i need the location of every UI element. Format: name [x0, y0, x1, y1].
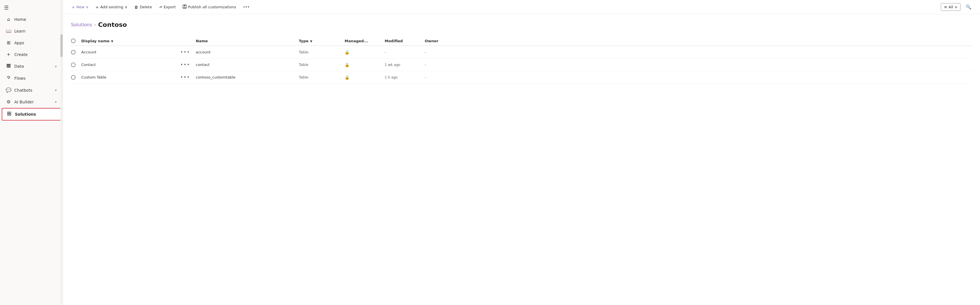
display-name-value: Custom Table [81, 75, 107, 79]
sidebar-item-label: AI Builder [14, 100, 52, 104]
plus-icon: + [95, 5, 99, 9]
breadcrumb-solutions-link[interactable]: Solutions [71, 22, 92, 27]
managed-column-header: Managed... [345, 39, 385, 43]
home-icon: ⌂ [6, 17, 11, 22]
svg-rect-1 [6, 65, 11, 66]
filter-button[interactable]: ≡ All ∨ [941, 3, 961, 11]
owner-value: - [425, 63, 426, 67]
svg-rect-4 [8, 114, 9, 115]
modified-cell: 1 wk ago [385, 63, 425, 67]
search-button[interactable]: 🔍 [963, 3, 974, 11]
sidebar-item-data[interactable]: Data ∨ [2, 60, 61, 72]
objects-table: Display name ∨ Name Type ∨ Managed... Mo… [71, 36, 972, 84]
type-label: Type [299, 39, 309, 43]
plus-icon: + [72, 5, 75, 9]
type-value: Table [299, 75, 309, 79]
managed-cell: 🔒 [345, 50, 385, 55]
chevron-down-icon: ∨ [55, 88, 57, 92]
name-cell: contoso_customtable [196, 75, 299, 79]
modified-value: 1 wk ago [385, 63, 400, 67]
sidebar-item-label: Home [14, 17, 57, 22]
svg-rect-0 [6, 64, 11, 65]
row-radio[interactable] [71, 63, 76, 67]
new-button[interactable]: + New ∨ [69, 3, 92, 11]
modified-value: 1 h ago [385, 75, 398, 79]
create-icon: + [6, 52, 11, 57]
hamburger-button[interactable]: ☰ [0, 0, 63, 13]
owner-value: - [425, 50, 426, 54]
managed-label: Managed... [345, 39, 368, 43]
name-label: Name [196, 39, 208, 43]
select-all-radio[interactable] [71, 39, 76, 43]
sidebar-item-label: Apps [14, 41, 57, 45]
name-column-header: Name [196, 39, 299, 43]
sidebar-scrollbar[interactable] [60, 0, 63, 305]
add-existing-label: Add existing [100, 5, 123, 9]
display-name-column-header[interactable]: Display name ∨ [81, 39, 178, 43]
search-icon: 🔍 [966, 4, 971, 10]
chevron-down-icon: ∨ [55, 65, 57, 68]
delete-icon: 🗑 [134, 5, 138, 9]
modified-cell: - [385, 50, 425, 54]
row-more-button[interactable]: ••• [178, 74, 196, 81]
sidebar-item-chatbots[interactable]: 💬 Chatbots ∨ [2, 85, 61, 96]
owner-cell: - [425, 50, 459, 54]
ai-builder-icon: ⚙ [6, 99, 11, 104]
name-cell: account [196, 50, 299, 54]
filter-label: All [948, 5, 953, 9]
owner-cell: - [425, 63, 459, 67]
type-value: Table [299, 63, 309, 67]
row-select[interactable] [71, 50, 81, 55]
lock-icon: 🔒 [345, 63, 350, 67]
managed-cell: 🔒 [345, 75, 385, 80]
add-existing-button[interactable]: + Add existing ∨ [93, 3, 130, 11]
sidebar-item-solutions[interactable]: Solutions [2, 108, 61, 120]
table-row[interactable]: Custom Table ••• contoso_customtable Tab… [71, 71, 972, 84]
sidebar-item-learn[interactable]: 📖 Learn [2, 25, 61, 36]
sidebar-item-label: Data [14, 64, 52, 68]
modified-label: Modified [385, 39, 403, 43]
display-name-cell: Custom Table [81, 75, 178, 79]
delete-label: Delete [140, 5, 152, 9]
svg-rect-5 [10, 112, 11, 113]
chatbots-icon: 💬 [6, 87, 11, 93]
svg-rect-2 [6, 66, 11, 67]
table-row[interactable]: Account ••• account Table 🔒 - - [71, 46, 972, 58]
modified-cell: 1 h ago [385, 75, 425, 79]
managed-cell: 🔒 [345, 63, 385, 67]
publish-button[interactable]: Publish all customizations [180, 3, 239, 11]
type-sort-icon: ∨ [310, 39, 313, 43]
export-icon: ⬏ [159, 5, 162, 9]
sidebar-item-ai-builder[interactable]: ⚙ AI Builder ∨ [2, 96, 61, 107]
publish-label: Publish all customizations [188, 5, 236, 9]
sidebar-item-home[interactable]: ⌂ Home [2, 14, 61, 25]
more-options-button[interactable]: ••• [240, 3, 253, 11]
data-icon [6, 63, 11, 69]
row-radio[interactable] [71, 50, 76, 55]
sidebar-item-apps[interactable]: ⊞ Apps [2, 37, 61, 48]
table-row[interactable]: Contact ••• contact Table 🔒 1 wk ago - [71, 58, 972, 71]
table-header: Display name ∨ Name Type ∨ Managed... Mo… [71, 36, 972, 46]
row-select[interactable] [71, 63, 81, 67]
display-name-cell: Account [81, 50, 178, 54]
owner-column-header: Owner [425, 39, 459, 43]
row-radio[interactable] [71, 75, 76, 80]
row-more-button[interactable]: ••• [178, 49, 196, 55]
sidebar-item-label: Create [14, 52, 57, 57]
sidebar: ☰ ⌂ Home 📖 Learn ⊞ Apps + Create Data ∨ [0, 0, 63, 305]
sidebar-item-flows[interactable]: Flows [2, 73, 61, 84]
chevron-down-icon: ∨ [55, 100, 57, 104]
owner-label: Owner [425, 39, 439, 43]
export-button[interactable]: ⬏ Export [156, 3, 178, 11]
delete-button[interactable]: 🗑 Delete [131, 3, 155, 11]
sidebar-item-create[interactable]: + Create [2, 49, 61, 60]
row-select[interactable] [71, 75, 81, 80]
row-more-button[interactable]: ••• [178, 62, 196, 68]
new-chevron-icon: ∨ [86, 5, 89, 9]
breadcrumb: Solutions › Contoso [71, 21, 972, 28]
name-value: contact [196, 63, 210, 67]
content-area: Solutions › Contoso Display name ∨ Name … [63, 14, 980, 305]
more-icon: ••• [243, 5, 250, 9]
type-column-header[interactable]: Type ∨ [299, 39, 345, 43]
owner-value: - [425, 75, 426, 79]
